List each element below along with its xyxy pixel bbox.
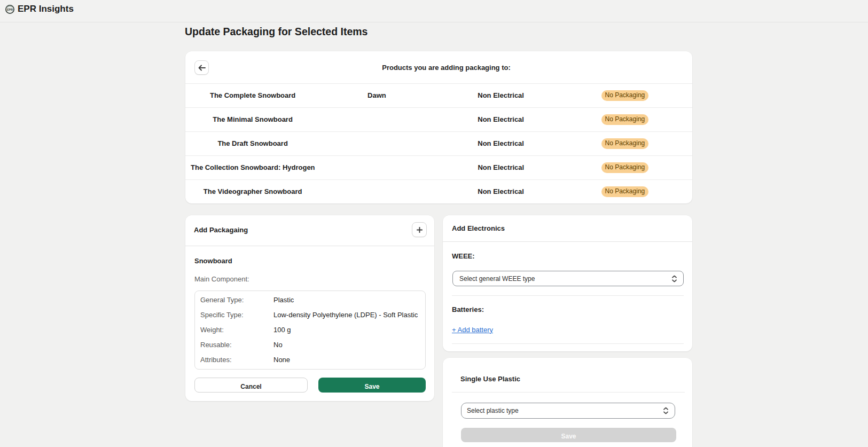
svg-text:EPR: EPR (7, 8, 13, 11)
